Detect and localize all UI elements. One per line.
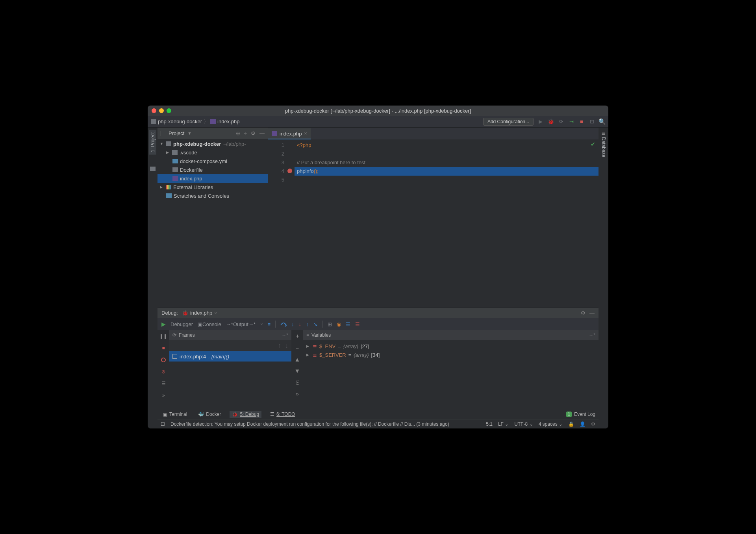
layout-button[interactable]: ☰: [160, 380, 167, 387]
project-view-icon[interactable]: [161, 131, 166, 136]
file-encoding[interactable]: UTF-8 ⌄: [514, 421, 533, 427]
close-icon[interactable]: ×: [304, 131, 307, 136]
status-message[interactable]: Dockerfile detection: You may setup Dock…: [170, 421, 449, 427]
breakpoint-icon[interactable]: [287, 169, 292, 173]
down-icon[interactable]: ▼: [295, 367, 300, 374]
resume-button[interactable]: ▶: [161, 321, 166, 327]
stop-button[interactable]: ■: [160, 345, 167, 351]
copy-icon[interactable]: ⎘: [296, 379, 299, 386]
bottom-toolbar: ▣Terminal 🐳Docker 🐞5: Debug ☰6: TODO 1 E…: [158, 409, 598, 419]
step-into-icon[interactable]: ↓: [291, 321, 294, 327]
breakpoints-icon[interactable]: ☰: [346, 321, 350, 327]
watch-icon[interactable]: ◉: [337, 321, 341, 327]
indent-setting[interactable]: 4 spaces ⌄: [539, 421, 563, 427]
output-tab[interactable]: →* Output →*: [226, 321, 256, 327]
variable-row[interactable]: ▶≣ $_SERVER = {array} [34]: [306, 350, 595, 359]
folder-icon[interactable]: [150, 167, 156, 171]
debug-tool-button[interactable]: 🐞5: Debug: [230, 411, 261, 418]
force-step-into-icon[interactable]: ↓: [299, 321, 302, 327]
locate-icon[interactable]: ⊕: [236, 130, 240, 136]
main-toolbar: php-xdebug-docker 〉 index.php Add Config…: [148, 116, 608, 128]
mute-breakpoints-icon[interactable]: ☰: [355, 321, 360, 327]
chevron-down-icon[interactable]: ▼: [187, 131, 191, 135]
close-icon[interactable]: ×: [260, 322, 263, 326]
add-configuration-button[interactable]: Add Configuration...: [483, 118, 534, 126]
up-icon[interactable]: ▲: [295, 356, 300, 363]
tree-root[interactable]: ▼ php-xdebug-docker ~/lab/php-: [158, 139, 268, 148]
minimize-window-button[interactable]: [159, 108, 164, 113]
maximize-window-button[interactable]: [167, 108, 171, 113]
frames-switch-icon[interactable]: ⟳: [172, 332, 176, 338]
breadcrumb-root[interactable]: php-xdebug-docker: [158, 119, 202, 124]
project-tree: ▼ php-xdebug-docker ~/lab/php- ▶ .vscode…: [158, 139, 268, 200]
frame-down-icon[interactable]: ↓: [285, 342, 288, 349]
run-button[interactable]: ▶: [537, 119, 544, 125]
search-icon[interactable]: 🔍: [599, 119, 605, 125]
more-icon[interactable]: »: [296, 390, 299, 397]
settings-icon[interactable]: ⚙: [251, 130, 256, 136]
database-icon[interactable]: ≡: [602, 130, 605, 137]
todo-tool-button[interactable]: ☰6: TODO: [268, 411, 298, 418]
breadcrumb-file[interactable]: index.php: [217, 119, 239, 124]
step-over-icon[interactable]: [280, 321, 287, 327]
settings-icon[interactable]: ⚙: [581, 310, 586, 316]
step-out-icon[interactable]: ↑: [306, 321, 309, 327]
attach-button[interactable]: ⇥: [568, 119, 574, 125]
debugger-tab[interactable]: Debugger: [170, 321, 193, 327]
code-area[interactable]: 1 2 3 4 5 <?php // Put a breakpoin: [268, 139, 598, 307]
tree-file-selected[interactable]: index.php: [158, 174, 268, 183]
tree-folder[interactable]: ▶ .vscode: [158, 148, 268, 157]
run-to-cursor-icon[interactable]: ↘: [313, 321, 318, 327]
inspector-icon[interactable]: 👤: [580, 421, 586, 427]
console-tab[interactable]: ▣ Console: [198, 321, 221, 327]
tool-windows-icon[interactable]: ☐: [161, 421, 165, 427]
hide-icon[interactable]: —: [259, 130, 265, 136]
database-tool-button[interactable]: Database: [601, 137, 606, 157]
show-execution-point-icon[interactable]: ≡: [267, 321, 271, 327]
pause-button[interactable]: ❚❚: [160, 333, 167, 339]
add-watch-icon[interactable]: ＋: [295, 332, 300, 340]
docker-tool-button[interactable]: 🐳Docker: [196, 411, 223, 418]
mute-button[interactable]: ⊘: [160, 369, 167, 375]
frames-header: ⟳ Frames →*: [169, 330, 291, 340]
remove-watch-icon[interactable]: −: [296, 345, 299, 351]
project-tool-button[interactable]: 1: Project: [149, 130, 156, 155]
close-window-button[interactable]: [152, 108, 156, 113]
debug-button[interactable]: 🐞: [548, 119, 554, 125]
debug-session-tab[interactable]: 🐞 index.php ×: [182, 310, 217, 316]
code-lines[interactable]: <?php // Put a breakpoint here to test p…: [295, 139, 598, 307]
stop-button[interactable]: ■: [578, 119, 585, 125]
variable-row[interactable]: ▶≣ $_ENV = {array} [27]: [306, 342, 595, 350]
hide-icon[interactable]: —: [589, 310, 595, 316]
vars-dropdown-icon[interactable]: →*: [589, 332, 595, 338]
update-button[interactable]: ⊡: [589, 119, 595, 125]
event-log-button[interactable]: Event Log: [574, 412, 595, 417]
vars-toggle-icon[interactable]: ≡: [306, 332, 309, 338]
project-pane-label[interactable]: Project: [169, 130, 184, 136]
editor-tab[interactable]: index.php ×: [268, 128, 311, 139]
content-column: Project ▼ ⊕ ÷ ⚙ — ▼ php-xdebug-docker: [158, 128, 598, 428]
frame-up-icon[interactable]: ↑: [278, 342, 281, 349]
close-icon[interactable]: ×: [214, 311, 217, 315]
tree-file[interactable]: docker-compose.yml: [158, 157, 268, 165]
folder-icon: [172, 150, 178, 155]
terminal-tool-button[interactable]: ▣Terminal: [161, 411, 189, 418]
lock-icon[interactable]: 🔒: [568, 421, 574, 427]
view-breakpoints-button[interactable]: [160, 357, 167, 363]
inspection-ok-icon[interactable]: ✔: [591, 141, 595, 147]
tree-scratches[interactable]: Scratches and Consoles: [158, 191, 268, 200]
frame-row[interactable]: index.php:4, {main}(): [169, 351, 291, 362]
more-button[interactable]: »: [160, 392, 167, 399]
breakpoint-gutter[interactable]: [287, 139, 295, 307]
frames-dropdown-icon[interactable]: →*: [282, 332, 288, 338]
settings-icon[interactable]: ⚙: [591, 421, 595, 427]
php-file-icon: [210, 119, 216, 124]
tree-file[interactable]: Dockerfile: [158, 165, 268, 174]
collapse-icon[interactable]: ÷: [244, 130, 247, 136]
line-separator[interactable]: LF ⌄: [498, 421, 509, 427]
coverage-button[interactable]: ⟳: [558, 119, 564, 125]
caret-position[interactable]: 5:1: [486, 421, 493, 427]
evaluate-icon[interactable]: ⊞: [328, 321, 332, 327]
event-count-badge[interactable]: 1: [566, 412, 572, 417]
tree-external[interactable]: ▶ External Libraries: [158, 183, 268, 191]
